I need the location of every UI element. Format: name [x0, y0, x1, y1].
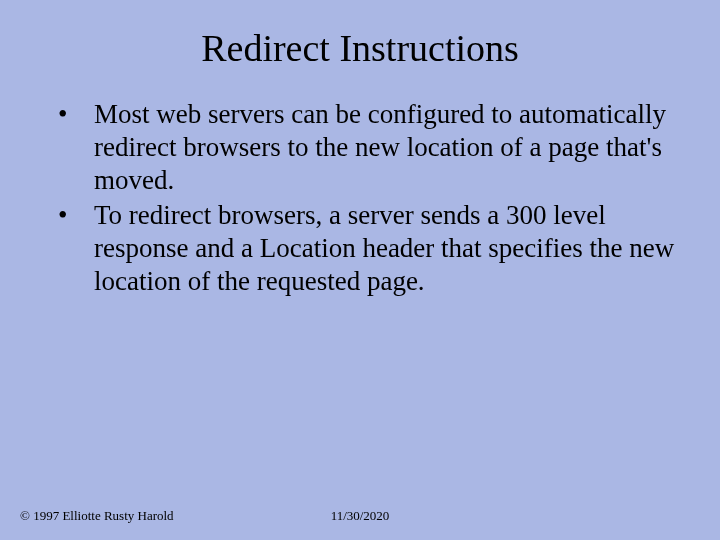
bullet-item: • Most web servers can be configured to … — [52, 98, 680, 197]
footer-date: 11/30/2020 — [331, 508, 390, 524]
slide: Redirect Instructions • Most web servers… — [0, 0, 720, 540]
slide-content: • Most web servers can be configured to … — [40, 98, 680, 298]
bullet-dot-icon: • — [52, 98, 94, 131]
footer-copyright: © 1997 Elliotte Rusty Harold — [20, 508, 174, 524]
bullet-item: • To redirect browsers, a server sends a… — [52, 199, 680, 298]
slide-title: Redirect Instructions — [40, 26, 680, 70]
bullet-text: Most web servers can be configured to au… — [94, 98, 680, 197]
bullet-text: To redirect browsers, a server sends a 3… — [94, 199, 680, 298]
bullet-dot-icon: • — [52, 199, 94, 232]
